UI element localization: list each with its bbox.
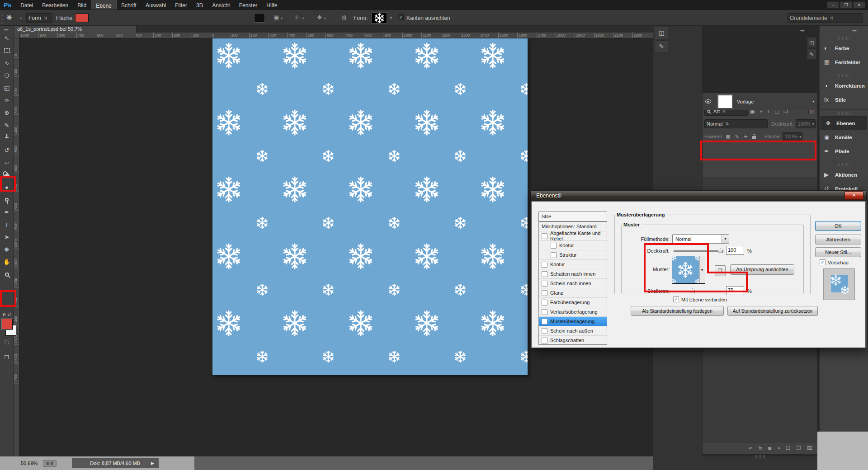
swap-colors-icon[interactable]: ◩⇄: [1, 311, 13, 318]
fill-color-swatch[interactable]: [75, 14, 89, 22]
clone-stamp-tool-icon[interactable]: ┻: [0, 132, 14, 144]
menubar-item[interactable]: Ansicht: [208, 0, 234, 9]
dock-panel-button[interactable]: ▶ Aktionen: [820, 168, 868, 182]
style-checkbox[interactable]: [542, 262, 547, 268]
ok-button[interactable]: OK: [815, 221, 861, 231]
style-list-item[interactable]: Farbüberlagerung: [539, 298, 607, 307]
style-checkbox[interactable]: [542, 281, 547, 287]
shape-preview-arrow-icon[interactable]: ▾: [390, 16, 392, 20]
layer-thumbnail[interactable]: [718, 95, 732, 108]
collapse-tools-icon[interactable]: ▸▸: [0, 26, 13, 32]
style-checkbox[interactable]: [551, 243, 557, 249]
collapsed-panel-icon-d[interactable]: ✎: [807, 49, 816, 60]
style-list-item[interactable]: Kontur: [539, 241, 607, 250]
paint-bucket-tool-icon[interactable]: [0, 169, 14, 182]
lock-all-icon[interactable]: [752, 136, 756, 139]
path-selection-tool-icon[interactable]: ➤: [0, 231, 14, 244]
lock-transparency-icon[interactable]: ▦: [726, 134, 730, 140]
collapse-dock2-icon[interactable]: ◂◂: [852, 28, 856, 33]
screen-mode-icon[interactable]: ❐: [0, 352, 14, 363]
path-arrangement-icon[interactable]: ❖▾: [317, 14, 326, 21]
pattern-swatch[interactable]: ▼: [672, 256, 705, 284]
status-expand-icon[interactable]: ▶: [146, 458, 159, 468]
tool-preset-arrow-icon[interactable]: ▾: [20, 16, 22, 20]
snap-to-origin-button[interactable]: An Ursprung ausrichten: [730, 264, 794, 275]
drag-grip[interactable]: [838, 112, 850, 115]
drag-grip[interactable]: [838, 163, 850, 166]
style-list-item[interactable]: Schein nach außen: [539, 326, 607, 336]
layer-style-icon[interactable]: fx: [759, 445, 763, 451]
custom-shape-tool-icon[interactable]: ❋: [0, 244, 14, 256]
style-checkbox[interactable]: [542, 271, 547, 277]
brush-tool-icon[interactable]: ✎: [0, 119, 14, 132]
layer-row[interactable]: Vorlage ▾: [703, 93, 817, 110]
dock-panel-button[interactable]: ❖ Ebenen: [821, 116, 867, 130]
scale-value-field[interactable]: 75: [726, 286, 744, 295]
gear-icon[interactable]: ⚙: [341, 14, 347, 21]
style-list-item[interactable]: Verlaufsüberlagerung: [539, 307, 607, 317]
menubar-item[interactable]: Auswahl: [141, 0, 170, 9]
quick-selection-tool-icon[interactable]: ❍: [0, 70, 14, 82]
dialog-blend-select[interactable]: Normal▼: [672, 234, 729, 244]
foreground-color-swatch[interactable]: [2, 319, 13, 329]
move-tool-icon[interactable]: ↖: [0, 32, 14, 45]
healing-brush-tool-icon[interactable]: ⊕: [0, 107, 14, 119]
scale-slider[interactable]: [673, 291, 724, 292]
collapsed-panel-icon-c[interactable]: ◫: [807, 37, 816, 48]
custom-shape-tool-preset-icon[interactable]: ❋: [6, 14, 12, 22]
dodge-tool-icon[interactable]: [0, 194, 14, 207]
lasso-tool-icon[interactable]: ∿: [0, 57, 14, 70]
opacity-slider[interactable]: [673, 250, 724, 252]
zoom-level-field[interactable]: 50,69%: [0, 461, 43, 466]
menubar-item[interactable]: Datei: [16, 0, 38, 9]
set-default-button[interactable]: Als Standardeinstellung festlegen: [631, 306, 724, 316]
restore-button[interactable]: ❐: [840, 1, 852, 9]
blur-tool-icon[interactable]: ●: [0, 181, 14, 194]
menubar-item[interactable]: Bild: [73, 0, 91, 9]
style-checkbox[interactable]: [542, 338, 547, 343]
minimize-button[interactable]: –: [827, 1, 839, 9]
dock-panel-button[interactable]: ◐ Farbe: [820, 41, 868, 55]
dialog-close-button[interactable]: ✕: [844, 191, 863, 200]
dock-panel-button[interactable]: ◉ Kanäle: [820, 130, 868, 144]
opacity-select[interactable]: 100%▾: [796, 119, 816, 128]
fill-select[interactable]: 100%▾: [783, 132, 802, 141]
marquee-tool-icon[interactable]: [0, 45, 14, 57]
dock-panel-button[interactable]: ✒ Pfade: [820, 144, 868, 158]
style-list-item[interactable]: Schlagschatten: [539, 336, 607, 345]
reset-default-button[interactable]: Auf Standardeinstellung zurücksetzen: [727, 306, 818, 316]
preview-checkbox[interactable]: [820, 259, 826, 265]
eraser-tool-icon[interactable]: ▱: [0, 156, 14, 169]
document-tab[interactable]: a6_1s_portrait.psd bei 50,7%: [14, 26, 137, 33]
stroke-color-swatch[interactable]: [255, 14, 264, 22]
canvas[interactable]: [212, 38, 528, 375]
link-layers-icon[interactable]: ∞: [749, 445, 753, 451]
style-checkbox[interactable]: [542, 319, 547, 324]
pattern-picker-arrow-icon[interactable]: ▼: [699, 256, 705, 283]
fx-expand-icon[interactable]: ▾: [812, 99, 814, 103]
new-pattern-button[interactable]: ❐: [715, 265, 726, 276]
drag-grip[interactable]: [838, 74, 850, 77]
adjustment-layer-icon[interactable]: ◑: [777, 445, 780, 451]
type-tool-icon[interactable]: T: [0, 219, 14, 231]
close-button[interactable]: ✕: [853, 1, 865, 9]
dock-panel-button[interactable]: ▦ Farbfelder: [820, 55, 868, 69]
add-layer-mask-icon[interactable]: ◙: [768, 445, 771, 451]
style-list-item[interactable]: Schatten nach innen: [539, 269, 607, 279]
new-layer-icon[interactable]: ❐: [796, 445, 801, 451]
shape-preview-swatch[interactable]: [372, 12, 387, 24]
status-gears-icon[interactable]: ⚙⚙: [43, 460, 57, 467]
menubar-item[interactable]: Hilfe: [262, 0, 282, 9]
style-checkbox[interactable]: [542, 300, 547, 306]
workspace-select[interactable]: Grundelemente⇅: [788, 13, 863, 23]
style-list-item[interactable]: Schein nach innen: [539, 279, 607, 288]
hand-tool-icon[interactable]: ✋: [0, 256, 14, 268]
opacity-value-field[interactable]: 100: [726, 246, 744, 255]
zoom-tool-icon[interactable]: [0, 268, 14, 281]
menubar-item[interactable]: 3D: [192, 0, 208, 9]
layer-visibility-toggle[interactable]: [703, 93, 714, 110]
history-brush-tool-icon[interactable]: ↺: [0, 144, 14, 157]
menubar-item[interactable]: Fenster: [235, 0, 262, 9]
style-checkbox[interactable]: [542, 328, 547, 334]
dock-panel-button[interactable]: ◑ Korrekturen: [820, 79, 868, 93]
